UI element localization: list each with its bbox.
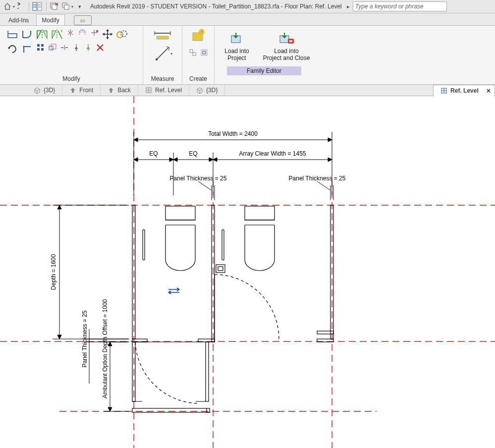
viewtab-reflevel-active[interactable]: Ref. Level ×: [433, 85, 495, 96]
properties-icon[interactable]: [31, 1, 44, 12]
svg-rect-6: [8, 34, 17, 38]
cut-profile-icon[interactable]: [6, 28, 19, 41]
group-label-modify: Modify: [59, 74, 83, 83]
svg-rect-9: [37, 44, 40, 47]
svg-rect-1: [38, 2, 42, 10]
home-icon[interactable]: [2, 1, 13, 12]
quick-access-toolbar: ▾ ▾ ▾: [0, 1, 87, 12]
load-project-icon: [229, 31, 244, 46]
viewtab-back[interactable]: Back: [101, 85, 138, 96]
svg-rect-15: [157, 36, 168, 39]
load-into-project-close-button[interactable]: Load into Project and Close: [259, 28, 314, 66]
mirror-draw-icon[interactable]: [51, 28, 63, 41]
viewtab-label: {3D}: [44, 87, 55, 94]
close-icon[interactable]: ×: [487, 87, 491, 95]
offset-icon[interactable]: [77, 28, 87, 38]
ribbon-group-measure: ▾ Measure: [143, 26, 182, 84]
flip-control-icon[interactable]: [168, 288, 179, 294]
measure-icon[interactable]: ▾: [153, 44, 172, 63]
svg-rect-60: [317, 331, 333, 334]
viewtab-3d-2[interactable]: {3D}: [189, 85, 225, 96]
viewtab-label: Ref. Level: [155, 87, 182, 94]
svg-rect-11: [37, 48, 40, 51]
dim-eq-array: [134, 153, 332, 195]
title-bar: ▾ ▾ ▾ Autodesk Revit 2019 - STUDENT VERS…: [0, 0, 495, 13]
create-similar-icon[interactable]: [188, 48, 198, 57]
dim-label: Depth = 1600: [50, 254, 57, 290]
ribbon-group-create: Create: [182, 26, 215, 84]
dim-label: EQ: [189, 150, 197, 157]
group-label-family: Family Editor: [227, 66, 301, 75]
search-placeholder: Type a keyword or phrase: [355, 3, 424, 10]
dim-label: Panel Thickness = 25: [170, 175, 227, 182]
viewtab-label: Front: [79, 87, 93, 94]
cube-icon: [196, 87, 203, 94]
dim-panel-thk-right: [317, 181, 333, 200]
load-close-label: Load into Project and Close: [263, 48, 310, 61]
align-icon[interactable]: [65, 28, 75, 38]
trim-corner-icon[interactable]: [21, 43, 34, 56]
viewtab-label: {3D}: [206, 87, 218, 94]
drawing-svg: Total Width = 2400 EQ EQ Array Clear Wid…: [0, 96, 495, 448]
svg-rect-64: [216, 265, 225, 273]
create-form-icon[interactable]: [190, 28, 207, 45]
array-icon[interactable]: [36, 43, 46, 53]
create-group-icon[interactable]: [199, 48, 209, 57]
window-title: Autodesk Revit 2019 - STUDENT VERSION - …: [87, 3, 345, 10]
svg-rect-70: [132, 408, 210, 412]
svg-rect-63: [245, 206, 275, 220]
pin-icon[interactable]: [71, 43, 81, 53]
title-overflow-icon[interactable]: ▸: [345, 3, 352, 10]
load-into-project-button[interactable]: Load into Project: [215, 28, 259, 66]
svg-point-16: [156, 58, 158, 60]
dim-label: Panel Thickness = 25: [81, 310, 88, 367]
switch-windows-icon[interactable]: [60, 1, 71, 12]
split-icon[interactable]: [59, 43, 69, 53]
rotate-icon[interactable]: [6, 43, 19, 56]
dim-total-width: [134, 132, 332, 195]
svg-rect-19: [190, 50, 193, 53]
trim-extend-icon[interactable]: [89, 28, 99, 38]
scale-icon[interactable]: [48, 43, 57, 53]
customize-qat-icon[interactable]: ▾: [74, 1, 85, 12]
svg-rect-65: [218, 267, 223, 271]
load-project-label: Load into Project: [224, 48, 249, 61]
dim-label: Total Width = 2400: [208, 130, 258, 137]
drawing-canvas[interactable]: Total Width = 2400 EQ EQ Array Clear Wid…: [0, 96, 495, 448]
dim-label: Panel Thickness = 25: [289, 175, 346, 182]
svg-rect-14: [51, 44, 56, 49]
viewtab-3d-1[interactable]: {3D}: [27, 85, 62, 96]
dim-label: Array Clear Width = 1455: [239, 150, 306, 157]
reference-planes: [0, 96, 495, 448]
cube-icon: [34, 87, 41, 94]
undo-icon[interactable]: [16, 1, 27, 12]
tab-addins[interactable]: Add-Ins: [3, 14, 34, 25]
svg-rect-10: [41, 44, 44, 47]
svg-rect-5: [64, 5, 69, 9]
dim-panel-thk-left: [198, 181, 215, 200]
viewtab-label: Back: [117, 87, 131, 94]
dimension-icon[interactable]: [153, 28, 172, 44]
group-label-create: Create: [186, 74, 210, 83]
copy-icon[interactable]: [116, 28, 129, 41]
tab-modify[interactable]: Modify: [36, 14, 64, 25]
partition-geometry: [132, 205, 333, 412]
load-close-icon: [278, 31, 295, 46]
ribbon: Modify ▾ Measure Create Load into Projec…: [0, 26, 495, 85]
search-input[interactable]: Type a keyword or phrase: [353, 1, 447, 11]
delete-icon[interactable]: [95, 43, 105, 53]
svg-line-42: [198, 181, 212, 190]
mirror-axis-icon[interactable]: [36, 28, 49, 41]
svg-point-8: [121, 31, 127, 37]
view-tabs: {3D} Front Back Ref. Level {3D} Ref. Lev…: [0, 85, 495, 96]
move-icon[interactable]: [101, 28, 114, 41]
ribbon-tabs: Add-Ins Modify ▭: [0, 13, 495, 26]
plan-icon: [440, 87, 447, 94]
cope-icon[interactable]: [21, 28, 34, 41]
unpin-icon[interactable]: [83, 43, 93, 53]
viewtab-reflevel-1[interactable]: Ref. Level: [138, 85, 189, 96]
panel-toggle-icon[interactable]: ▭: [74, 15, 92, 25]
close-hidden-icon[interactable]: [49, 1, 59, 12]
svg-line-45: [317, 181, 330, 190]
viewtab-front[interactable]: Front: [62, 85, 101, 96]
